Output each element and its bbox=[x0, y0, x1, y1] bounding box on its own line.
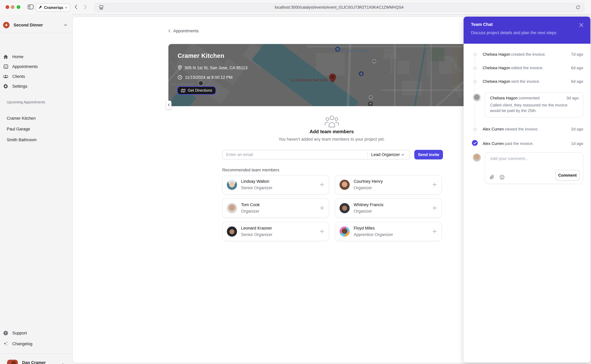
sidebar: Second Dinner Home Appointments Clients … bbox=[0, 14, 72, 364]
activity-item: Chelsea Hagoncreated the invoice. 7d ago bbox=[464, 51, 590, 58]
sidebar-item-label: Settings bbox=[12, 84, 27, 88]
question-circle-icon: ? bbox=[3, 330, 8, 336]
chevron-up-icon[interactable] bbox=[61, 363, 65, 364]
timeline-dot-icon bbox=[473, 80, 477, 83]
activity-item: Alex Currenviewed the invoice. 2d ago bbox=[464, 126, 590, 132]
chat-title: Team Chat bbox=[471, 22, 493, 27]
paperclip-icon[interactable] bbox=[490, 175, 494, 180]
sidebar-item-label: Support bbox=[12, 331, 27, 335]
member-role: Organizer bbox=[241, 209, 259, 214]
sidebar-item-support[interactable]: ? Support bbox=[3, 329, 69, 337]
sidebar-item-label: Clients bbox=[12, 74, 25, 79]
member-role: Organizer bbox=[354, 186, 372, 190]
activity-item: Chelsea Hagonedited the invoice. 6d ago bbox=[464, 65, 590, 71]
avatar bbox=[473, 154, 481, 162]
activity-actor: Alex Curren bbox=[483, 127, 504, 131]
member-card-tom-cook[interactable]: Tom Cook Organizer bbox=[222, 198, 329, 218]
avatar bbox=[227, 180, 237, 190]
add-member-icon[interactable] bbox=[432, 206, 437, 210]
emoji-icon[interactable] bbox=[499, 175, 505, 180]
minimize-window-button[interactable] bbox=[11, 5, 14, 9]
app-quick-button[interactable]: Crameriqa bbox=[36, 3, 71, 12]
upcoming-item-label: Cramer Kitchen bbox=[7, 116, 36, 120]
add-member-icon[interactable] bbox=[432, 229, 437, 234]
activity-action: edited the invoice. bbox=[511, 65, 544, 70]
location-pin-icon bbox=[177, 65, 182, 70]
back-button[interactable] bbox=[74, 4, 78, 10]
sidebar-item-home[interactable]: Home bbox=[3, 53, 69, 61]
map-collapse-tab[interactable] bbox=[166, 101, 171, 109]
zoom-window-button[interactable] bbox=[17, 5, 20, 9]
activity-action: viewed the invoice. bbox=[505, 127, 538, 131]
comment-button[interactable]: Comment bbox=[555, 170, 580, 181]
add-member-icon[interactable] bbox=[320, 206, 324, 210]
chevron-down-icon bbox=[401, 154, 404, 156]
activity-action: paid the invoice. bbox=[505, 141, 534, 146]
activity-time: 6d ago bbox=[571, 79, 583, 84]
user-name[interactable]: Dan Cramer bbox=[22, 360, 46, 364]
map-icon bbox=[181, 88, 185, 92]
upcoming-section-label: Upcoming Appointments bbox=[7, 100, 45, 104]
address-bar[interactable]: localhost:3000/catalyst/events/event_01J… bbox=[94, 3, 584, 12]
add-member-icon[interactable] bbox=[320, 229, 324, 234]
breadcrumb[interactable]: Appointments bbox=[168, 29, 199, 33]
avatar bbox=[340, 203, 350, 213]
browser-chrome: Crameriqa localhost:3000/catalyst/events… bbox=[0, 0, 591, 15]
member-role: Apprentice Organizer bbox=[354, 232, 393, 237]
calendar-icon bbox=[3, 64, 8, 69]
reload-icon[interactable] bbox=[576, 5, 580, 10]
check-circle-icon bbox=[472, 140, 478, 146]
get-directions-button[interactable]: Get Directions bbox=[177, 87, 216, 94]
forward-button[interactable] bbox=[84, 4, 87, 10]
team-switcher[interactable]: Second Dinner bbox=[3, 19, 69, 31]
member-card-courtney-henry[interactable]: Courtney Henry Organizer bbox=[335, 175, 442, 195]
member-card-leonard-krasner[interactable]: Leonard Krasner Senior Organizer bbox=[222, 222, 329, 241]
comment-card: Chelsea Hagoncommented 3d ago Called cli… bbox=[485, 92, 583, 117]
chevron-down-icon bbox=[65, 6, 67, 8]
role-select[interactable]: Lead Organizer bbox=[371, 150, 404, 159]
chat-subtitle: Discuss project details and plan the nex… bbox=[471, 31, 556, 35]
activity-item: Chelsea Hagonsent the invoice. 6d ago bbox=[464, 78, 590, 84]
sidebar-toggle-icon[interactable] bbox=[28, 4, 33, 10]
activity-actor: Chelsea Hagon bbox=[483, 52, 510, 57]
activity-time: 2d ago bbox=[571, 127, 583, 131]
activity-time: 7d ago bbox=[571, 52, 583, 57]
activity-action: sent the invoice. bbox=[511, 79, 540, 84]
comment-composer: Comment bbox=[485, 152, 583, 184]
event-title: Cramer Kitchen bbox=[177, 52, 224, 59]
sidebar-item-changelog[interactable]: Changelog bbox=[3, 340, 69, 348]
activity-actor: Alex Curren bbox=[483, 141, 504, 146]
home-icon bbox=[3, 54, 8, 59]
member-name: Lindsay Walton bbox=[241, 179, 269, 184]
member-name: Leonard Krasner bbox=[241, 226, 272, 230]
svg-text:?: ? bbox=[5, 332, 7, 335]
sidebar-item-cramer-kitchen[interactable]: Cramer Kitchen bbox=[3, 114, 69, 122]
sidebar-item-paul-garage[interactable]: Paul Garage bbox=[3, 125, 69, 133]
close-icon[interactable] bbox=[579, 23, 584, 27]
sidebar-item-settings[interactable]: Settings bbox=[3, 82, 69, 90]
send-invite-button[interactable]: Send invite bbox=[414, 150, 443, 159]
sidebar-item-smith-bathroom[interactable]: Smith Bathroom bbox=[3, 136, 69, 144]
close-window-button[interactable] bbox=[6, 5, 9, 9]
team-logo-icon bbox=[3, 22, 10, 28]
timeline-dot-icon bbox=[473, 128, 477, 131]
avatar bbox=[227, 227, 237, 237]
activity-time: 6d ago bbox=[571, 65, 583, 70]
comment-actor: Chelsea Hagon bbox=[490, 96, 518, 100]
add-member-icon[interactable] bbox=[432, 182, 437, 187]
role-select-value: Lead Organizer bbox=[371, 152, 400, 157]
sidebar-item-appointments[interactable]: Appointments bbox=[3, 62, 69, 71]
input-divider bbox=[368, 151, 368, 158]
member-card-lindsay-walton[interactable]: Lindsay Walton Senior Organizer bbox=[222, 175, 329, 195]
member-name: Whitney Francis bbox=[354, 202, 384, 207]
member-card-whitney-francis[interactable]: Whitney Francis Organizer bbox=[335, 198, 442, 218]
sidebar-item-label: Appointments bbox=[12, 64, 38, 69]
comment-input[interactable] bbox=[489, 156, 577, 171]
member-name: Courtney Henry bbox=[354, 179, 383, 184]
member-role: Senior Organizer bbox=[241, 232, 272, 237]
add-member-icon[interactable] bbox=[320, 182, 324, 187]
get-directions-label: Get Directions bbox=[188, 88, 212, 93]
sidebar-item-clients[interactable]: Clients bbox=[3, 72, 69, 80]
avatar bbox=[340, 180, 350, 190]
member-card-floyd-miles[interactable]: Floyd Miles Apprentice Organizer bbox=[335, 222, 442, 241]
